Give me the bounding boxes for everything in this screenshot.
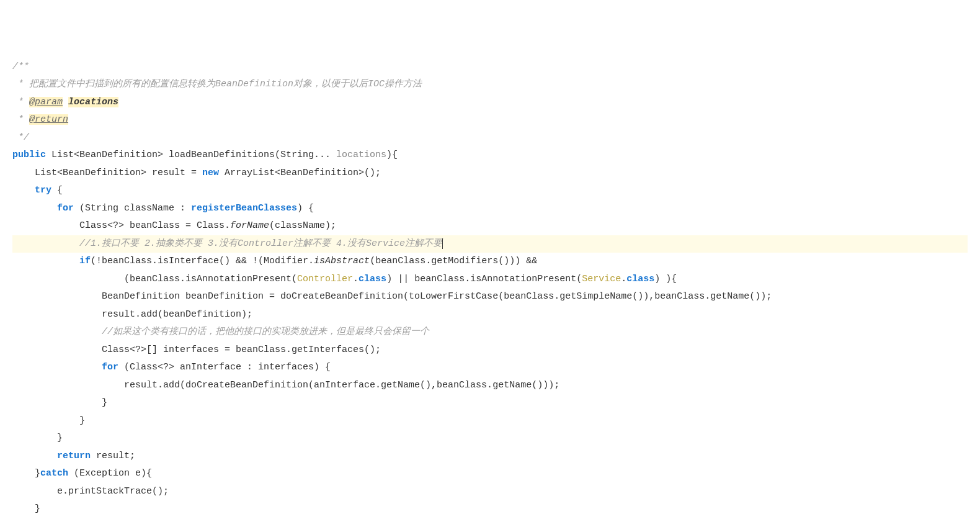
code-line: Class<?> beanClass = Class.forName(class… [12, 217, 968, 235]
code-line: try { [12, 182, 968, 200]
text-caret [442, 238, 443, 249]
code-line: } [12, 430, 968, 448]
code-line: List<BeanDefinition> result = new ArrayL… [12, 165, 968, 183]
code-line: for (Class<?> anInterface : interfaces) … [12, 359, 968, 377]
code-line: */ [12, 129, 968, 147]
keyword-class: class [626, 274, 654, 284]
code-line: /** [12, 58, 968, 76]
code-line: e.printStackTrace(); [12, 483, 968, 501]
code-line: * 把配置文件中扫描到的所有的配置信息转换为BeanDefinition对象，以… [12, 76, 968, 94]
code-line: * @param locations [12, 94, 968, 112]
static-method: forName [230, 220, 269, 231]
code-line: return result; [12, 448, 968, 466]
method-signature: List<BeanDefinition> loadBeanDefinitions… [46, 150, 336, 160]
keyword-new: new [202, 168, 219, 178]
code-line: //如果这个类有接口的话，把他的接口的实现类放进来，但是最终只会保留一个 [12, 323, 968, 341]
keyword-if: if [79, 256, 91, 266]
keyword-try: try [35, 185, 51, 196]
keyword-class: class [359, 274, 386, 284]
static-method: isAbstract [314, 256, 370, 266]
javadoc-star: * [12, 97, 29, 107]
javadoc-star: * [12, 79, 29, 89]
annotation-service: Service [582, 274, 621, 284]
code-line: BeanDefinition beanDefinition = doCreate… [12, 288, 968, 306]
code-line: * @return [12, 111, 968, 129]
param-name: locations [336, 150, 386, 160]
javadoc-tag-return: @return [29, 114, 68, 125]
code-line: }catch (Exception e){ [12, 465, 968, 483]
code-line: } [12, 394, 968, 412]
field-ref: registerBeanClasses [191, 203, 297, 214]
javadoc-end: */ [12, 132, 29, 143]
javadoc-star: * [12, 114, 29, 125]
line-comment: //1.接口不要 2.抽象类不要 3.没有Controller注解不要 4.没有… [79, 238, 442, 249]
javadoc-param-name: locations [68, 97, 118, 107]
code-line-highlighted: //1.接口不要 2.抽象类不要 3.没有Controller注解不要 4.没有… [12, 235, 968, 253]
keyword-public: public [12, 150, 46, 160]
code-line: } [12, 500, 968, 518]
keyword-return: return [57, 451, 91, 461]
keyword-catch: catch [40, 468, 68, 479]
keyword-for: for [102, 362, 118, 372]
code-line: Class<?>[] interfaces = beanClass.getInt… [12, 341, 968, 359]
code-line: public List<BeanDefinition> loadBeanDefi… [12, 147, 968, 165]
code-line: (beanClass.isAnnotationPresent(Controlle… [12, 271, 968, 289]
line-comment: //如果这个类有接口的话，把他的接口的实现类放进来，但是最终只会保留一个 [102, 327, 429, 337]
code-line: result.add(beanDefinition); [12, 306, 968, 324]
code-line: result.add(doCreateBeanDefinition(anInte… [12, 377, 968, 395]
keyword-for: for [57, 203, 74, 214]
javadoc-start: /** [12, 61, 29, 72]
javadoc-tag-param: @param [29, 97, 63, 107]
code-line: if(!beanClass.isInterface() && !(Modifie… [12, 253, 968, 271]
code-line: for (String className : registerBeanClas… [12, 200, 968, 218]
code-line: } [12, 412, 968, 430]
code-editor[interactable]: /** * 把配置文件中扫描到的所有的配置信息转换为BeanDefinition… [12, 58, 968, 520]
javadoc-desc: 把配置文件中扫描到的所有的配置信息转换为BeanDefinition对象，以便于… [29, 79, 422, 89]
annotation-controller: Controller [297, 274, 353, 284]
